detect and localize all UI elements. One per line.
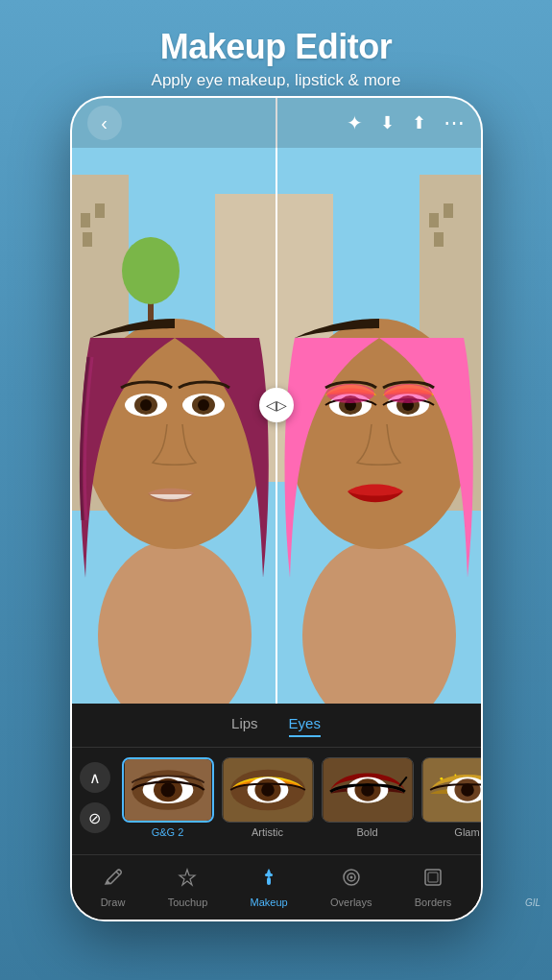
block-button[interactable]: ⊘ — [80, 802, 110, 833]
nav-makeup[interactable]: Makeup — [239, 859, 300, 916]
bottom-panel: Lips Eyes ∧ ⊘ — [72, 704, 481, 920]
block-icon: ⊘ — [88, 809, 101, 827]
up-button[interactable]: ∧ — [80, 762, 110, 793]
eye-label-artistic: Artistic — [252, 826, 283, 838]
touchup-icon — [177, 867, 198, 893]
eye-label-glam: Glam — [454, 826, 479, 838]
svg-rect-19 — [81, 213, 90, 227]
svg-rect-3 — [429, 213, 439, 227]
svg-rect-20 — [95, 203, 105, 218]
svg-point-15 — [384, 384, 432, 403]
photo-area: ◁▷ ‹ ✦ ⬇ ⬆ ⋯ — [72, 98, 481, 712]
eye-label-bold: Bold — [356, 826, 377, 838]
tab-eyes[interactable]: Eyes — [289, 715, 321, 737]
svg-rect-5 — [434, 232, 444, 247]
back-icon: ‹ — [101, 112, 108, 134]
svg-point-36 — [160, 782, 175, 797]
nav-borders[interactable]: Borders — [403, 859, 464, 916]
svg-point-50 — [440, 777, 443, 780]
svg-point-31 — [198, 399, 209, 411]
svg-rect-59 — [425, 870, 441, 885]
eye-option-glam[interactable]: Glam — [421, 757, 481, 838]
nav-overlays[interactable]: Overlays — [319, 859, 383, 916]
svg-rect-21 — [83, 232, 92, 247]
nav-makeup-label: Makeup — [251, 896, 288, 908]
photo-after — [276, 98, 481, 712]
wand-icon[interactable]: ✦ — [347, 111, 363, 134]
makeup-options: ∧ ⊘ — [72, 748, 481, 848]
eye-thumb-gg2 — [122, 757, 214, 823]
share-icon[interactable]: ⬆ — [412, 112, 426, 133]
nav-draw-label: Draw — [101, 896, 126, 908]
nav-borders-label: Borders — [415, 896, 452, 908]
eye-thumb-bold — [322, 757, 414, 823]
svg-rect-54 — [267, 877, 271, 885]
svg-point-58 — [349, 876, 352, 879]
eye-label-gg2: G&G 2 — [152, 826, 184, 838]
svg-point-41 — [261, 783, 275, 797]
header-area: Makeup Editor Apply eye makeup, lipstick… — [0, 0, 552, 90]
svg-rect-4 — [444, 203, 453, 218]
more-icon[interactable]: ⋯ — [444, 110, 466, 135]
tab-lips[interactable]: Lips — [231, 715, 258, 737]
up-icon: ∧ — [89, 769, 101, 787]
eye-option-artistic[interactable]: Artistic — [222, 757, 314, 838]
svg-point-49 — [461, 783, 474, 797]
bottom-nav: Draw Touchup Makeup — [72, 854, 481, 920]
nav-touchup[interactable]: Touchup — [156, 859, 220, 916]
phone-toolbar: ‹ ✦ ⬇ ⬆ ⋯ — [72, 98, 481, 148]
split-handle[interactable]: ◁▷ — [259, 388, 294, 422]
photo-before — [72, 98, 276, 712]
borders-icon — [422, 867, 444, 893]
overlays-icon — [341, 867, 362, 893]
eye-option-gg2[interactable]: G&G 2 — [122, 757, 214, 838]
sub-title: Apply eye makeup, lipstick & more — [0, 71, 552, 90]
svg-rect-55 — [265, 873, 273, 876]
eye-thumb-artistic — [222, 757, 314, 823]
phone-mockup: ◁▷ ‹ ✦ ⬇ ⬆ ⋯ Lips Eyes — [70, 96, 483, 921]
makeup-icon — [258, 867, 279, 893]
toolbar-right: ✦ ⬇ ⬆ ⋯ — [347, 110, 466, 135]
eye-thumb-glam — [421, 757, 481, 823]
main-title: Makeup Editor — [0, 27, 552, 67]
svg-point-28 — [140, 399, 152, 411]
download-icon[interactable]: ⬇ — [380, 112, 395, 133]
makeup-tabs: Lips Eyes — [72, 704, 481, 748]
nav-overlays-label: Overlays — [330, 896, 372, 908]
svg-rect-60 — [428, 872, 438, 882]
svg-point-51 — [454, 775, 456, 777]
nav-touchup-label: Touchup — [168, 896, 208, 908]
nav-draw[interactable]: Draw — [89, 859, 137, 916]
draw-icon — [102, 867, 123, 893]
side-controls: ∧ ⊘ — [80, 762, 110, 833]
watermark: GIL — [525, 897, 540, 908]
eye-option-bold[interactable]: Bold — [322, 757, 414, 838]
svg-point-23 — [122, 237, 180, 304]
back-button[interactable]: ‹ — [87, 106, 122, 140]
svg-point-14 — [326, 384, 374, 403]
